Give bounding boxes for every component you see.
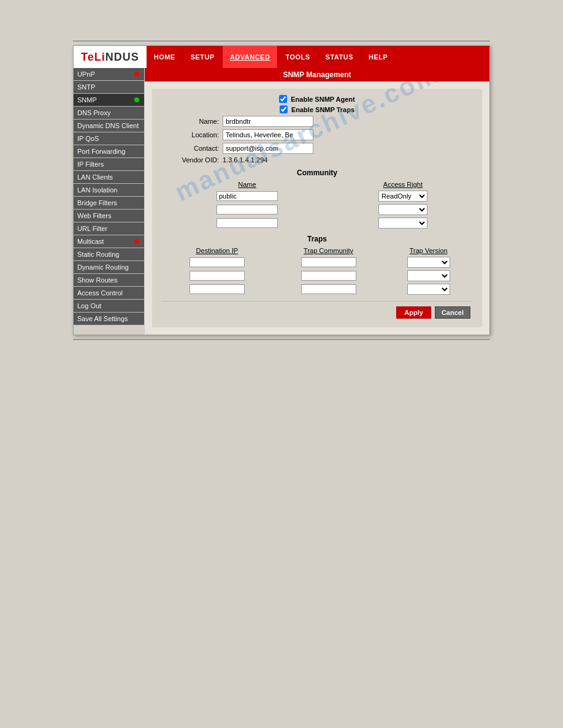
sidebar: UPnP SNTP SNMP DNS Proxy Dynamic DNS Cli… [74, 68, 144, 335]
enable-snmp-agent-label: Enable SNMP Agent [291, 96, 355, 103]
sidebar-item-ip-filters[interactable]: IP Filters [74, 158, 144, 171]
nav-home[interactable]: HOME [147, 46, 183, 68]
nav-status[interactable]: STATUS [318, 46, 361, 68]
sidebar-item-save-all-settings[interactable]: Save All Settings [74, 313, 144, 325]
community-col-name: Name [161, 180, 333, 189]
community-name-1[interactable] [216, 191, 278, 201]
nav-help[interactable]: HELP [361, 46, 396, 68]
snmp-status-dot [134, 97, 139, 102]
sidebar-item-dynamic-dns[interactable]: Dynamic DNS Client [74, 119, 144, 132]
enable-snmp-agent-row: Enable SNMP Agent [161, 95, 473, 103]
community-title: Community [161, 169, 473, 177]
traps-version-1[interactable]: v1 v2c [407, 257, 450, 268]
traps-version-2[interactable]: v1 v2c [407, 270, 450, 281]
community-access-2[interactable]: ReadOnly ReadWrite [378, 204, 427, 215]
community-col-access: Access Right [333, 180, 473, 189]
sidebar-item-ip-qos[interactable]: IP QoS [74, 132, 144, 145]
traps-table: Destination IP Trap Community Trap Versi… [161, 246, 473, 296]
community-access-3[interactable]: ReadOnly ReadWrite [378, 218, 427, 229]
name-label: Name: [161, 118, 223, 125]
traps-col-dest-ip: Destination IP [161, 246, 273, 256]
apply-button[interactable]: Apply [396, 306, 431, 319]
sidebar-item-static-routing[interactable]: Static Routing [74, 248, 144, 261]
enable-snmp-traps-checkbox[interactable] [280, 105, 288, 113]
logo: TeLiNDUS [74, 46, 147, 68]
contact-row: Contact: [161, 143, 473, 154]
sidebar-item-show-routes[interactable]: Show Routes [74, 274, 144, 287]
traps-version-3[interactable]: v1 v2c [407, 284, 450, 295]
sidebar-item-bridge-filters[interactable]: Bridge Filters [74, 197, 144, 210]
location-row: Location: [161, 129, 473, 140]
traps-dest-ip-2[interactable] [190, 271, 245, 281]
sidebar-item-url-filter[interactable]: URL Filter [74, 222, 144, 235]
community-row-1: ReadOnly ReadWrite [161, 189, 473, 203]
nav-advanced[interactable]: ADVANCED [223, 46, 278, 68]
main-nav: HOME SETUP ADVANCED TOOLS STATUS HELP [147, 46, 396, 68]
community-name-2[interactable] [216, 205, 278, 214]
name-input[interactable] [223, 116, 313, 127]
traps-community-2[interactable] [301, 271, 356, 281]
traps-row-3: v1 v2c [161, 282, 473, 296]
cancel-button[interactable]: Cancel [435, 306, 470, 319]
sidebar-item-multicast[interactable]: Multicast [74, 235, 144, 248]
sidebar-item-log-out[interactable]: Log Out [74, 300, 144, 313]
sidebar-item-port-forwarding[interactable]: Port Forwarding [74, 145, 144, 158]
vendor-oid-value: 1.3.6.1.4.1.294 [223, 156, 267, 164]
community-row-2: ReadOnly ReadWrite [161, 203, 473, 216]
sidebar-item-upnp[interactable]: UPnP [74, 68, 144, 81]
content-panel: SNMP Management manualsarchive.com Enabl… [144, 68, 489, 335]
traps-title: Traps [161, 235, 473, 243]
traps-dest-ip-3[interactable] [190, 284, 245, 294]
sidebar-item-lan-clients[interactable]: LAN Clients [74, 171, 144, 184]
vendor-oid-label: Vendor OID: [161, 156, 223, 164]
traps-row-2: v1 v2c [161, 269, 473, 282]
community-name-3[interactable] [216, 218, 278, 228]
sidebar-item-sntp[interactable]: SNTP [74, 81, 144, 94]
name-row: Name: [161, 116, 473, 127]
sidebar-item-lan-isolation[interactable]: LAN Isolation [74, 184, 144, 197]
main-area: UPnP SNTP SNMP DNS Proxy Dynamic DNS Cli… [74, 68, 489, 335]
vendor-oid-row: Vendor OID: 1.3.6.1.4.1.294 [161, 156, 473, 164]
location-label: Location: [161, 131, 223, 138]
sidebar-item-access-control[interactable]: Access Control [74, 287, 144, 300]
multicast-status-dot [134, 239, 139, 244]
sidebar-item-dynamic-routing[interactable]: Dynamic Routing [74, 261, 144, 274]
snmp-form: Enable SNMP Agent Enable SNMP Traps Name… [152, 89, 482, 327]
enable-snmp-traps-row: Enable SNMP Traps [161, 105, 473, 113]
contact-input[interactable] [223, 143, 313, 154]
location-input[interactable] [223, 129, 313, 140]
enable-snmp-traps-label: Enable SNMP Traps [291, 106, 354, 113]
sidebar-item-web-filters[interactable]: Web Filters [74, 210, 144, 222]
traps-col-version: Trap Version [384, 246, 473, 256]
button-row: Apply Cancel [161, 301, 473, 321]
nav-setup[interactable]: SETUP [183, 46, 223, 68]
enable-snmp-agent-checkbox[interactable] [279, 95, 287, 103]
sidebar-item-snmp[interactable]: SNMP [74, 94, 144, 107]
traps-col-community: Trap Community [273, 246, 385, 256]
nav-tools[interactable]: TOOLS [278, 46, 318, 68]
traps-community-1[interactable] [301, 257, 356, 267]
panel-body: Enable SNMP Agent Enable SNMP Traps Name… [145, 82, 489, 335]
upnp-status-dot [134, 72, 139, 77]
traps-community-3[interactable] [301, 284, 356, 294]
community-table: Name Access Right R [161, 180, 473, 230]
traps-row-1: v1 v2c [161, 256, 473, 269]
sidebar-item-dns-proxy[interactable]: DNS Proxy [74, 107, 144, 119]
community-row-3: ReadOnly ReadWrite [161, 216, 473, 230]
panel-title: SNMP Management [145, 68, 489, 82]
community-access-1[interactable]: ReadOnly ReadWrite [378, 191, 427, 202]
contact-label: Contact: [161, 145, 223, 152]
traps-dest-ip-1[interactable] [190, 257, 245, 267]
